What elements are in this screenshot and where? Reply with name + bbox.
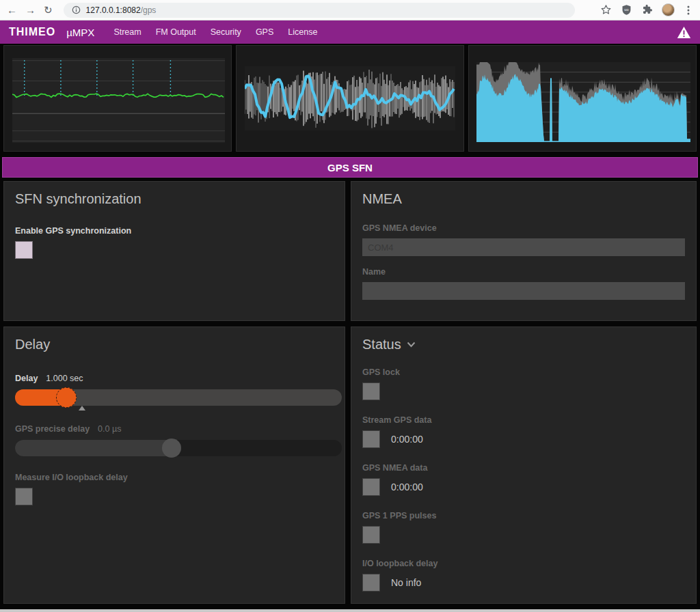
io-loopback-delay-checkbox[interactable]: [362, 574, 380, 592]
url-path: /gps: [141, 5, 157, 15]
measure-loopback-label: Measure I/O loopback delay: [15, 473, 334, 482]
forward-icon[interactable]: →: [25, 5, 36, 15]
enable-gps-sync-label: Enable GPS synchronization: [15, 226, 334, 236]
gps-lock-checkbox[interactable]: [362, 382, 380, 400]
io-loopback-delay-value: No info: [391, 577, 421, 588]
level-history-chart: [476, 62, 690, 142]
page-info-icon[interactable]: [72, 5, 81, 14]
precise-slider-thumb[interactable]: [162, 439, 181, 458]
gps-lock-label: GPS lock: [362, 367, 685, 377]
oscilloscope-panel: [3, 45, 232, 152]
level-history-panel: [468, 45, 697, 152]
status-title-text: Status: [362, 337, 401, 352]
reload-icon[interactable]: ↻: [44, 5, 53, 15]
url-text[interactable]: 127.0.0.1:8082/gps: [86, 5, 157, 15]
delay-slider-marker: [79, 406, 85, 411]
nmea-title: NMEA: [362, 191, 685, 207]
stream-gps-data-checkbox[interactable]: [362, 430, 380, 448]
browser-actions: uo: [600, 3, 693, 16]
chevron-down-icon[interactable]: [407, 342, 416, 348]
gps-pps-pulses-row: [362, 526, 685, 544]
nmea-name-label: Name: [362, 267, 685, 277]
io-loopback-delay-label: I/O loopback delay: [362, 559, 685, 568]
gps-nmea-data-checkbox[interactable]: [362, 478, 380, 496]
status-panel: Status GPS lock Stream GPS data 0:00:00 …: [351, 326, 697, 604]
gps-nmea-device-input[interactable]: [362, 238, 685, 256]
section-banner: GPS SFN: [2, 157, 698, 178]
gps-pps-pulses-checkbox[interactable]: [362, 526, 380, 544]
browser-toolbar: ← → ↻ 127.0.0.1:8082/gps uo: [0, 0, 700, 20]
precise-delay-slider[interactable]: [15, 440, 342, 456]
enable-gps-sync-checkbox[interactable]: [15, 241, 33, 259]
precise-delay-label-row: GPS precise delay0.0 µs: [15, 422, 334, 434]
waveform-panel: [236, 45, 464, 152]
measure-loopback-checkbox[interactable]: [15, 488, 33, 505]
section-banner-title: GPS SFN: [327, 162, 373, 173]
charts-row: [3, 45, 697, 152]
menu-item-gps[interactable]: GPS: [256, 27, 273, 37]
gps-nmea-data-label: GPS NMEA data: [362, 463, 685, 473]
gps-precise-delay-label: GPS precise delay: [15, 424, 90, 434]
bookmark-star-icon[interactable]: [600, 4, 612, 16]
url-origin: 127.0.0.1:8082: [86, 5, 141, 15]
io-loopback-delay-row: No info: [362, 574, 685, 592]
page-content: GPS SFN SFN synchronization Enable GPS s…: [0, 44, 700, 604]
delay-value: 1.000 sec: [46, 374, 83, 383]
extensions-puzzle-icon[interactable]: [641, 4, 653, 16]
gps-lock-row: [362, 382, 685, 400]
sfn-sync-panel: SFN synchronization Enable GPS synchroni…: [3, 181, 345, 321]
delay-label-row: Delay1.000 sec: [15, 372, 334, 384]
main-menu: Stream FM Output Security GPS License: [113, 27, 317, 37]
gps-pps-pulses-label: GPS 1 PPS pulses: [362, 511, 685, 520]
menu-item-license[interactable]: License: [288, 27, 317, 37]
gps-precise-delay-value: 0.0 µs: [98, 424, 121, 434]
settings-grid: SFN synchronization Enable GPS synchroni…: [3, 181, 697, 604]
browser-menu-icon[interactable]: [684, 5, 693, 16]
oscilloscope-chart: [12, 58, 225, 143]
delay-slider-thumb[interactable]: [56, 387, 77, 408]
product-name: µMPX: [66, 27, 94, 38]
menu-item-security[interactable]: Security: [211, 27, 241, 37]
gps-nmea-data-row: 0:00:00: [362, 478, 685, 496]
brand-logo: THIMEO: [9, 26, 55, 38]
warning-indicator[interactable]: [677, 26, 691, 39]
menu-item-fm-output[interactable]: FM Output: [156, 27, 196, 37]
delay-panel: Delay Delay1.000 sec GPS precise delay0.…: [3, 326, 345, 604]
delay-title: Delay: [15, 337, 334, 352]
app-navbar: THIMEO µMPX Stream FM Output Security GP…: [0, 20, 700, 44]
svg-text:uo: uo: [624, 8, 628, 12]
page-bottom-strip: [0, 609, 700, 612]
app-window: ← → ↻ 127.0.0.1:8082/gps uo: [0, 0, 700, 612]
nmea-panel: NMEA GPS NMEA device Name: [351, 181, 697, 321]
address-bar[interactable]: 127.0.0.1:8082/gps: [64, 3, 575, 18]
stream-gps-data-value: 0:00:00: [391, 434, 423, 445]
status-title: Status: [362, 337, 685, 352]
adblock-shield-icon[interactable]: uo: [621, 4, 632, 16]
gps-nmea-data-value: 0:00:00: [391, 482, 423, 492]
stream-gps-data-row: 0:00:00: [362, 430, 685, 448]
profile-avatar[interactable]: [662, 3, 675, 16]
gps-nmea-device-label: GPS NMEA device: [362, 223, 685, 233]
sfn-sync-title: SFN synchronization: [15, 191, 334, 207]
back-icon[interactable]: ←: [7, 5, 17, 15]
nmea-name-input[interactable]: [362, 282, 685, 300]
warning-triangle-icon: [677, 26, 691, 39]
precise-slider-fill: [15, 440, 172, 456]
menu-item-stream[interactable]: Stream: [113, 27, 141, 37]
waveform-chart: [245, 66, 455, 130]
delay-slider[interactable]: [15, 389, 342, 406]
stream-gps-data-label: Stream GPS data: [362, 415, 685, 425]
delay-label: Delay: [15, 374, 38, 383]
